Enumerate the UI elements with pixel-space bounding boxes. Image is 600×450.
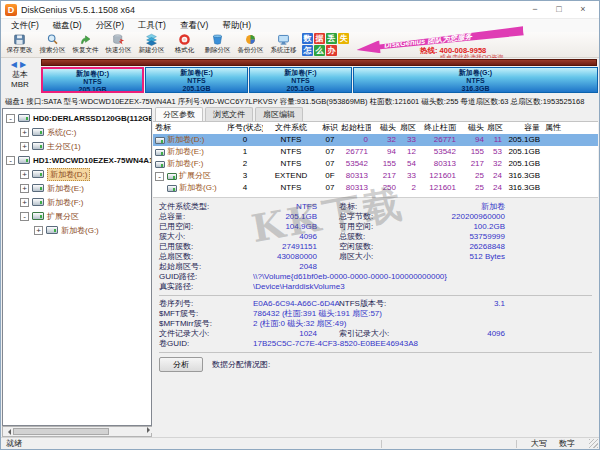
menu-item-0[interactable]: 文件(F) <box>4 20 46 32</box>
partition-box-0[interactable]: 新加卷(D:)NTFS205.1GB <box>41 67 144 93</box>
tree-item[interactable]: +新加卷(E:) <box>3 181 151 195</box>
tab-0[interactable]: 分区参数 <box>155 107 203 121</box>
tree-item[interactable]: -扩展分区 <box>3 209 151 223</box>
collapse-icon[interactable]: - <box>155 172 164 181</box>
search-icon <box>46 33 59 46</box>
menu-item-5[interactable]: 帮助(H) <box>215 20 258 32</box>
partition-icon <box>46 226 58 234</box>
promo-banner[interactable]: 数据丢失怎么办 DiskGenius 团队为您服务 热线: 400-008-99… <box>302 33 594 58</box>
toolbar-button-1[interactable]: 搜索分区 <box>36 33 69 54</box>
toolbar-button-4[interactable]: 新建分区 <box>135 33 168 54</box>
menu-item-2[interactable]: 分区(P) <box>89 20 131 32</box>
partition-icon <box>32 198 44 206</box>
detail-value: 104.9GB <box>253 222 317 232</box>
expand-icon[interactable]: + <box>20 170 29 179</box>
analyze-row: 分析数据分配情况图: <box>159 357 592 372</box>
app-logo-icon: D <box>5 4 17 16</box>
table-row[interactable]: -扩展分区3EXTEND0F80313217331216012524316.3G… <box>153 170 598 182</box>
row-cell: 07 <box>319 158 341 170</box>
next-disk-arrow-icon[interactable]: ▶ <box>20 60 29 69</box>
partition-table: 卷标序号(状态)文件系统标识起始柱面磁头扇区终止柱面磁头扇区容量属性新加卷(D:… <box>153 122 598 198</box>
partition-box-2[interactable]: 新加卷(F:)NTFS205.1GB <box>249 67 352 93</box>
collapse-icon[interactable]: - <box>6 156 15 165</box>
expand-icon[interactable]: + <box>20 128 29 137</box>
partition-icon <box>32 212 44 220</box>
format-icon <box>178 33 191 46</box>
tree-item[interactable]: +主分区(1) <box>3 139 151 153</box>
tree-item-label: 主分区(1) <box>47 141 81 152</box>
table-row[interactable]: 新加卷(G:)4NTFS078031325021216012524316.3GB <box>153 182 598 194</box>
row-cell: NTFS <box>263 146 319 158</box>
tree-item-label: HD0:DERLARSSD120GB(112GB) <box>33 114 152 123</box>
partition-box-name: 新加卷(E:) <box>146 69 247 77</box>
collapse-icon[interactable]: - <box>6 114 15 123</box>
partition-icon <box>32 142 44 150</box>
menu-item-1[interactable]: 磁盘(D) <box>46 20 89 32</box>
detail-label: 已用空间: <box>159 222 253 232</box>
expand-icon[interactable]: + <box>20 198 29 207</box>
detail-label: 索引记录大小: <box>339 329 431 339</box>
toolbar-button-7[interactable]: 备份分区 <box>234 33 267 54</box>
close-button[interactable]: × <box>571 2 595 18</box>
maximize-button[interactable]: □ <box>547 2 571 18</box>
column-header: 扇区 <box>399 122 419 134</box>
row-cell: NTFS <box>263 158 319 170</box>
tree-item[interactable]: +新加卷(D:) <box>3 167 151 181</box>
tab-2[interactable]: 扇区编辑 <box>255 107 303 121</box>
expand-icon[interactable]: + <box>20 142 29 151</box>
scroll-thumb[interactable] <box>13 428 109 435</box>
toolbar-button-6[interactable]: 删除分区 <box>201 33 234 54</box>
detail-row: 卷序列号:E0A6-6C94-A66C-6D4ANTFS版本号:3.1 <box>159 299 592 309</box>
title-bar: D DiskGenius V5.5.1.1508 x64 − □ × <box>1 1 599 19</box>
table-row[interactable]: 新加卷(E:)1NTFS072677194125354215553205.1GB <box>153 146 598 158</box>
tree-item-label: 新加卷(G:) <box>61 225 99 236</box>
row-cell: 26771 <box>341 146 371 158</box>
window-title: DiskGenius V5.5.1.1508 x64 <box>21 5 135 15</box>
tree-hscrollbar[interactable] <box>2 426 152 437</box>
tree-item[interactable]: +新加卷(G:) <box>3 223 151 237</box>
partition-tree: -HD0:DERLARSSD120GB(112GB)+系统(C:)+主分区(1)… <box>2 108 152 426</box>
disk-icon <box>18 156 30 164</box>
analyze-button[interactable]: 分析 <box>159 357 203 372</box>
collapse-icon[interactable]: - <box>20 212 29 221</box>
resize-grip[interactable] <box>589 439 598 448</box>
scroll-left-icon[interactable] <box>5 429 11 435</box>
detail-row: GUID路径:\\?\Volume{d61bf0eb-0000-0000-000… <box>159 272 592 282</box>
minimize-button[interactable]: − <box>523 2 547 18</box>
status-num: 数字 <box>559 438 575 449</box>
column-header: 容量 <box>505 122 543 134</box>
table-row[interactable]: 新加卷(D:)0NTFS0703233267719411205.1GB <box>153 134 598 146</box>
detail-label: 卷标: <box>339 202 431 212</box>
toolbar-button-0[interactable]: 保存更改 <box>3 33 36 54</box>
partition-box-fs: NTFS <box>43 78 142 86</box>
detail-row: 真实路径:\Device\HarddiskVolume3 <box>159 282 592 292</box>
banner-tile-6: 办 <box>326 45 337 56</box>
tree-item[interactable]: -HD1:WDCWD10EZEX-75WN4A1(932GB) <box>3 153 151 167</box>
partition-box-fs: NTFS <box>354 77 597 85</box>
toolbar-button-5[interactable]: 格式化 <box>168 33 201 54</box>
tab-1[interactable]: 浏览文件 <box>205 107 253 121</box>
partition-box-name: 新加卷(G:) <box>354 69 597 77</box>
toolbar-button-2[interactable]: 恢复文件 <box>69 33 102 54</box>
expand-icon[interactable]: + <box>34 226 43 235</box>
table-row[interactable]: 新加卷(F:)2NTFS0753542155548031321732205.1G… <box>153 158 598 170</box>
partition-box-1[interactable]: 新加卷(E:)NTFS205.1GB <box>145 67 248 93</box>
detail-value: \\?\Volume{d61bf0eb-0000-0000-0000-10000… <box>253 272 592 282</box>
toolbar-button-3[interactable]: 快速分区 <box>102 33 135 54</box>
detail-label: 总扇区数: <box>159 252 253 262</box>
menu-item-4[interactable]: 查看(V) <box>173 20 215 32</box>
menu-item-3[interactable]: 工具(T) <box>131 20 173 32</box>
row-cell: NTFS <box>263 134 319 146</box>
row-cell: 80313 <box>341 170 371 182</box>
row-cell: 53542 <box>341 158 371 170</box>
prev-disk-arrow-icon[interactable]: ◀ <box>11 60 20 69</box>
tree-item[interactable]: +新加卷(F:) <box>3 195 151 209</box>
row-cell: 3 <box>227 170 263 182</box>
toolbar-button-8[interactable]: 系统迁移 <box>267 33 300 54</box>
tree-item[interactable]: -HD0:DERLARSSD120GB(112GB) <box>3 111 151 125</box>
tree-item[interactable]: +系统(C:) <box>3 125 151 139</box>
partition-box-3[interactable]: 新加卷(G:)NTFS316.3GB <box>353 67 598 93</box>
quick-partition-icon <box>112 33 125 46</box>
detail-value: E0A6-6C94-A66C-6D4A <box>253 299 317 309</box>
expand-icon[interactable]: + <box>20 184 29 193</box>
